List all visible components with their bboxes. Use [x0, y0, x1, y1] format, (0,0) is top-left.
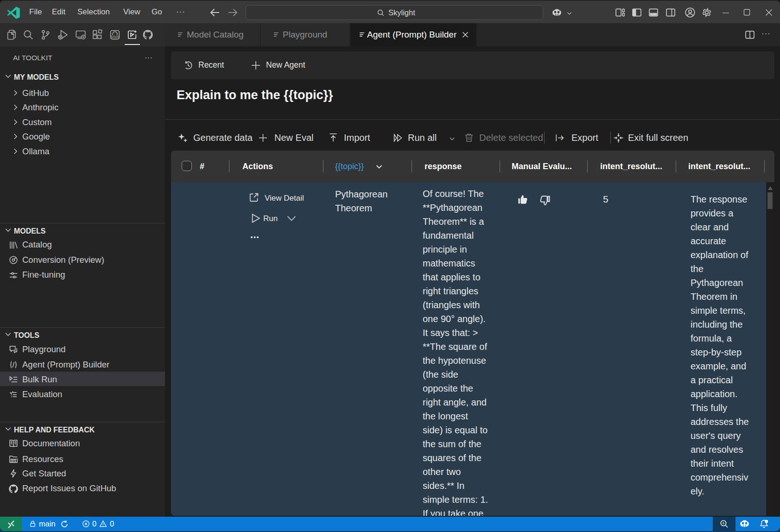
- svg-text:M365: M365: [111, 35, 119, 38]
